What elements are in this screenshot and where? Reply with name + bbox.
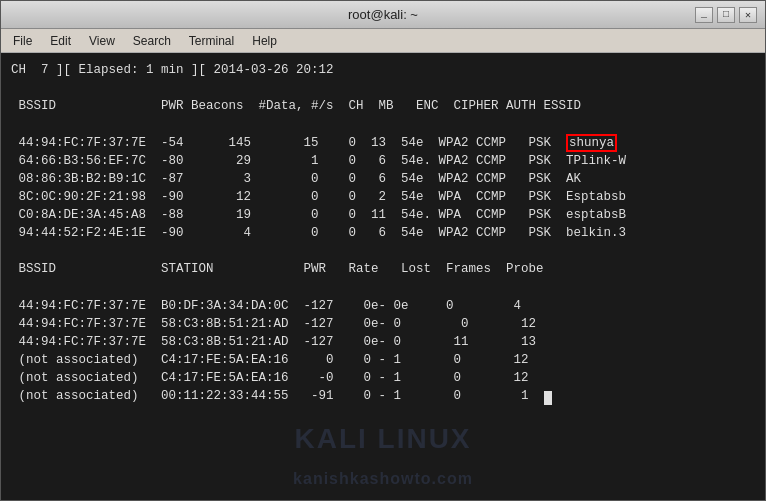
terminal-content: CH 7 ][ Elapsed: 1 min ][ 2014-03-26 20:… [11, 61, 755, 405]
menu-bar: File Edit View Search Terminal Help [1, 29, 765, 53]
row1-4: 8C:0C:90:2F:21:98 -90 12 0 0 2 54e WPA C… [11, 190, 626, 204]
row2-5: (not associated) C4:17:FE:5A:EA:16 -0 0 … [11, 371, 529, 385]
row1-6: 94:44:52:F2:4E:1E -90 4 0 0 6 54e WPA2 C… [11, 226, 626, 240]
close-button[interactable]: ✕ [739, 7, 757, 23]
watermark-site: kanishkashowto.com [293, 467, 473, 490]
menu-search[interactable]: Search [125, 32, 179, 50]
terminal-body[interactable]: CH 7 ][ Elapsed: 1 min ][ 2014-03-26 20:… [1, 53, 765, 500]
row1-5: C0:8A:DE:3A:45:A8 -88 19 0 0 11 54e. WPA… [11, 208, 626, 222]
window-controls: _ □ ✕ [695, 7, 757, 23]
minimize-button[interactable]: _ [695, 7, 713, 23]
terminal-window: root@kali: ~ _ □ ✕ File Edit View Search… [0, 0, 766, 501]
status-line: CH 7 ][ Elapsed: 1 min ][ 2014-03-26 20:… [11, 63, 334, 77]
row2-2: 44:94:FC:7F:37:7E 58:C3:8B:51:21:AD -127… [11, 317, 536, 331]
row1-2: 64:66:B3:56:EF:7C -80 29 1 0 6 54e. WPA2… [11, 154, 626, 168]
table2-header: BSSID STATION PWR Rate Lost Frames Probe [11, 262, 544, 276]
row2-3: 44:94:FC:7F:37:7E 58:C3:8B:51:21:AD -127… [11, 335, 536, 349]
menu-terminal[interactable]: Terminal [181, 32, 242, 50]
watermark-kali: KALI LINUX [294, 419, 471, 460]
row2-1: 44:94:FC:7F:37:7E B0:DF:3A:34:DA:0C -127… [11, 299, 521, 313]
highlighted-essid: shunya [566, 134, 617, 152]
menu-file[interactable]: File [5, 32, 40, 50]
table1-header: BSSID PWR Beacons #Data, #/s CH MB ENC C… [11, 99, 581, 113]
window-title: root@kali: ~ [348, 7, 418, 22]
row2-4: (not associated) C4:17:FE:5A:EA:16 0 0 -… [11, 353, 529, 367]
row1-1: 44:94:FC:7F:37:7E -54 145 15 0 13 54e WP… [11, 134, 617, 152]
menu-view[interactable]: View [81, 32, 123, 50]
menu-edit[interactable]: Edit [42, 32, 79, 50]
menu-help[interactable]: Help [244, 32, 285, 50]
title-bar: root@kali: ~ _ □ ✕ [1, 1, 765, 29]
row1-3: 08:86:3B:B2:B9:1C -87 3 0 0 6 54e WPA2 C… [11, 172, 581, 186]
row2-6: (not associated) 00:11:22:33:44:55 -91 0… [11, 389, 552, 403]
maximize-button[interactable]: □ [717, 7, 735, 23]
